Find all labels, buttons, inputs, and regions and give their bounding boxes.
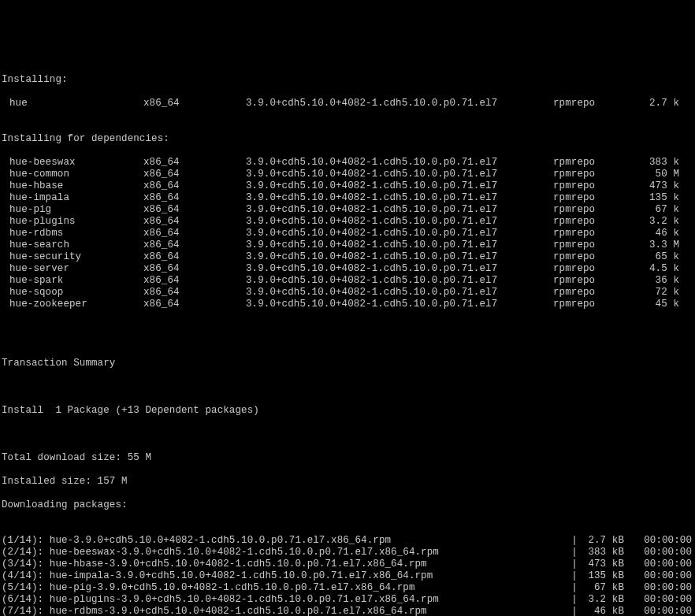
pkg-name: hue-pig bbox=[2, 204, 143, 216]
blank-line bbox=[2, 429, 695, 440]
pkg-repo: rpmrepo bbox=[553, 299, 624, 310]
pkg-version: 3.9.0+cdh5.10.0+4082-1.cdh5.10.0.p0.71.e… bbox=[246, 228, 553, 239]
pkg-version: 3.9.0+cdh5.10.0+4082-1.cdh5.10.0.p0.71.e… bbox=[246, 180, 553, 192]
pkg-row: hue-sqoopx86_643.9.0+cdh5.10.0+4082-1.cd… bbox=[2, 287, 695, 299]
pkg-arch: x86_64 bbox=[143, 192, 246, 204]
pkg-version: 3.9.0+cdh5.10.0+4082-1.cdh5.10.0.p0.71.e… bbox=[246, 263, 553, 275]
pkg-row: hue-commonx86_643.9.0+cdh5.10.0+4082-1.c… bbox=[2, 169, 695, 180]
pkg-repo: rpmrepo bbox=[553, 251, 624, 263]
download-file: (3/14): hue-hbase-3.9.0+cdh5.10.0+4082-1… bbox=[2, 558, 569, 570]
deps-list: hue-beeswaxx86_643.9.0+cdh5.10.0+4082-1.… bbox=[2, 157, 695, 310]
download-size: 135 kB bbox=[580, 570, 624, 582]
download-time: 00:00:00 bbox=[638, 570, 695, 582]
section-deps-header: Installing for dependencies: bbox=[2, 133, 695, 145]
pkg-size: 65 k bbox=[624, 251, 684, 263]
download-row: (1/14): hue-3.9.0+cdh5.10.0+4082-1.cdh5.… bbox=[2, 535, 695, 547]
pkg-version: 3.9.0+cdh5.10.0+4082-1.cdh5.10.0.p0.71.e… bbox=[246, 251, 553, 263]
pkg-arch: x86_64 bbox=[143, 275, 246, 287]
pkg-version: 3.9.0+cdh5.10.0+4082-1.cdh5.10.0.p0.71.e… bbox=[246, 204, 553, 216]
divider-pipe: | bbox=[569, 606, 580, 616]
download-size: 473 kB bbox=[580, 558, 624, 570]
download-time: 00:00:00 bbox=[638, 558, 695, 570]
blank-line bbox=[2, 381, 695, 393]
pkg-size: 46 k bbox=[624, 228, 684, 239]
pkg-version: 3.9.0+cdh5.10.0+4082-1.cdh5.10.0.p0.71.e… bbox=[246, 169, 553, 180]
pkg-repo: rpmrepo bbox=[553, 192, 624, 204]
divider-pipe: | bbox=[569, 547, 580, 558]
divider-pipe: | bbox=[569, 535, 580, 547]
divider-pipe: | bbox=[569, 594, 580, 606]
pkg-size: 72 k bbox=[624, 287, 684, 299]
pkg-version: 3.9.0+cdh5.10.0+4082-1.cdh5.10.0.p0.71.e… bbox=[246, 299, 553, 310]
pkg-repo: rpmrepo bbox=[553, 287, 624, 299]
pkg-arch: x86_64 bbox=[143, 287, 246, 299]
pkg-size: 3.3 M bbox=[624, 239, 684, 251]
pkg-repo: rpmrepo bbox=[553, 204, 624, 216]
download-size: 67 kB bbox=[580, 582, 624, 594]
pkg-size: 135 k bbox=[624, 192, 684, 204]
pkg-size: 473 k bbox=[624, 180, 684, 192]
pkg-name: hue-common bbox=[2, 169, 143, 180]
pkg-name: hue-search bbox=[2, 239, 143, 251]
download-size: 383 kB bbox=[580, 547, 624, 558]
download-time: 00:00:00 bbox=[638, 535, 695, 547]
pkg-size: 3.2 k bbox=[624, 216, 684, 228]
pkg-repo: rpmrepo bbox=[553, 263, 624, 275]
installed-size: Installed size: 157 M bbox=[2, 476, 695, 488]
pkg-version: 3.9.0+cdh5.10.0+4082-1.cdh5.10.0.p0.71.e… bbox=[246, 239, 553, 251]
pkg-row: hue-impalax86_643.9.0+cdh5.10.0+4082-1.c… bbox=[2, 192, 695, 204]
download-file: (7/14): hue-rdbms-3.9.0+cdh5.10.0+4082-1… bbox=[2, 606, 569, 616]
pkg-size: 383 k bbox=[624, 157, 684, 169]
pkg-repo: rpmrepo bbox=[553, 239, 624, 251]
transaction-summary-header: Transaction Summary bbox=[2, 358, 695, 369]
download-file: (4/14): hue-impala-3.9.0+cdh5.10.0+4082-… bbox=[2, 570, 569, 582]
download-size: 2.7 kB bbox=[580, 535, 624, 547]
pkg-repo: rpmrepo bbox=[553, 180, 624, 192]
pkg-repo: rpmrepo bbox=[553, 169, 624, 180]
download-list: (1/14): hue-3.9.0+cdh5.10.0+4082-1.cdh5.… bbox=[2, 535, 695, 616]
pkg-version: 3.9.0+cdh5.10.0+4082-1.cdh5.10.0.p0.71.e… bbox=[246, 287, 553, 299]
pkg-size: 36 k bbox=[624, 275, 684, 287]
pkg-row: hue-rdbmsx86_643.9.0+cdh5.10.0+4082-1.cd… bbox=[2, 228, 695, 239]
download-row: (5/14): hue-pig-3.9.0+cdh5.10.0+4082-1.c… bbox=[2, 582, 695, 594]
pkg-name: hue-beeswax bbox=[2, 157, 143, 169]
download-file: (5/14): hue-pig-3.9.0+cdh5.10.0+4082-1.c… bbox=[2, 582, 569, 594]
pkg-name: hue-rdbms bbox=[2, 228, 143, 239]
install-summary: Install 1 Package (+13 Dependent package… bbox=[2, 405, 695, 417]
pkg-arch: x86_64 bbox=[143, 157, 246, 169]
download-time: 00:00:00 bbox=[638, 582, 695, 594]
pkg-version: 3.9.0+cdh5.10.0+4082-1.cdh5.10.0.p0.71.e… bbox=[246, 157, 553, 169]
pkg-repo: rpmrepo bbox=[553, 98, 624, 109]
download-row: (7/14): hue-rdbms-3.9.0+cdh5.10.0+4082-1… bbox=[2, 606, 695, 616]
download-row: (2/14): hue-beeswax-3.9.0+cdh5.10.0+4082… bbox=[2, 547, 695, 558]
pkg-name: hue-impala bbox=[2, 192, 143, 204]
pkg-row: hue-sparkx86_643.9.0+cdh5.10.0+4082-1.cd… bbox=[2, 275, 695, 287]
pkg-row: hue x86_64 3.9.0+cdh5.10.0+4082-1.cdh5.1… bbox=[2, 98, 695, 109]
download-row: (4/14): hue-impala-3.9.0+cdh5.10.0+4082-… bbox=[2, 570, 695, 582]
pkg-row: hue-searchx86_643.9.0+cdh5.10.0+4082-1.c… bbox=[2, 239, 695, 251]
pkg-arch: x86_64 bbox=[143, 299, 246, 310]
pkg-arch: x86_64 bbox=[143, 216, 246, 228]
download-time: 00:00:00 bbox=[638, 547, 695, 558]
download-file: (2/14): hue-beeswax-3.9.0+cdh5.10.0+4082… bbox=[2, 547, 569, 558]
pkg-row: hue-securityx86_643.9.0+cdh5.10.0+4082-1… bbox=[2, 251, 695, 263]
pkg-arch: x86_64 bbox=[143, 239, 246, 251]
blank-line bbox=[2, 334, 695, 346]
pkg-name: hue-sqoop bbox=[2, 287, 143, 299]
pkg-name: hue-server bbox=[2, 263, 143, 275]
pkg-row: hue-pluginsx86_643.9.0+cdh5.10.0+4082-1.… bbox=[2, 216, 695, 228]
download-row: (3/14): hue-hbase-3.9.0+cdh5.10.0+4082-1… bbox=[2, 558, 695, 570]
pkg-row: hue-pigx86_643.9.0+cdh5.10.0+4082-1.cdh5… bbox=[2, 204, 695, 216]
pkg-name: hue bbox=[2, 98, 143, 109]
pkg-repo: rpmrepo bbox=[553, 157, 624, 169]
pkg-arch: x86_64 bbox=[143, 263, 246, 275]
pkg-size: 45 k bbox=[624, 299, 684, 310]
pkg-version: 3.9.0+cdh5.10.0+4082-1.cdh5.10.0.p0.71.e… bbox=[246, 192, 553, 204]
download-file: (1/14): hue-3.9.0+cdh5.10.0+4082-1.cdh5.… bbox=[2, 535, 569, 547]
pkg-repo: rpmrepo bbox=[553, 216, 624, 228]
download-row: (6/14): hue-plugins-3.9.0+cdh5.10.0+4082… bbox=[2, 594, 695, 606]
download-time: 00:00:00 bbox=[638, 606, 695, 616]
pkg-row: hue-beeswaxx86_643.9.0+cdh5.10.0+4082-1.… bbox=[2, 157, 695, 169]
download-time: 00:00:00 bbox=[638, 594, 695, 606]
pkg-arch: x86_64 bbox=[143, 98, 246, 109]
